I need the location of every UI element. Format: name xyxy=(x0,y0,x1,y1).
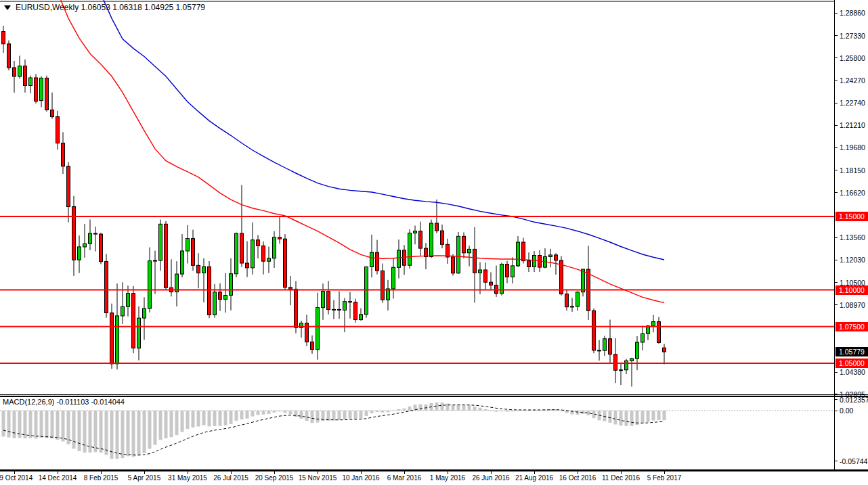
price-axis-tick xyxy=(835,103,838,103)
date-axis-label: 31 May 2015 xyxy=(168,474,207,482)
bull-candle xyxy=(636,342,639,359)
date-axis-label: 14 Dec 2014 xyxy=(39,474,77,482)
macd-histogram-bar xyxy=(143,411,146,453)
macd-histogram-bar xyxy=(338,411,341,420)
price-axis-tick xyxy=(835,80,838,80)
macd-histogram-bar xyxy=(121,411,125,458)
pane-separator[interactable] xyxy=(0,394,868,395)
macd-histogram-bar xyxy=(278,411,282,411)
bull-candle xyxy=(533,256,536,267)
bear-candle xyxy=(132,294,135,348)
bear-candle xyxy=(592,310,596,350)
bull-candle xyxy=(89,233,92,244)
macd-indicator-label: MACD(12,26,9) -0.011103 -0.014044 xyxy=(3,398,125,406)
price-axis-label: 1.04380 xyxy=(840,368,865,376)
bear-candle xyxy=(614,354,617,371)
bull-candle xyxy=(408,233,412,266)
macd-histogram-bar xyxy=(657,411,661,420)
bull-candle xyxy=(213,292,217,315)
date-axis-label: 1 May 2016 xyxy=(430,474,465,482)
bear-candle xyxy=(2,32,5,44)
macd-histogram-bar xyxy=(506,411,509,412)
macd-histogram-bar xyxy=(289,411,292,414)
bull-candle xyxy=(603,339,607,350)
bull-candle xyxy=(582,269,585,292)
bear-candle xyxy=(56,117,60,143)
macd-histogram-bar xyxy=(311,411,314,423)
macd-histogram-bar xyxy=(240,411,244,419)
price-axis-tick xyxy=(835,394,838,394)
macd-chart-canvas xyxy=(0,397,834,469)
bear-candle xyxy=(208,267,211,315)
bear-candle xyxy=(105,262,108,313)
macd-axis-tick xyxy=(835,399,838,400)
date-axis-label: 8 Feb 2015 xyxy=(84,474,118,482)
date-axis-label: 6 Mar 2016 xyxy=(387,474,422,482)
macd-histogram-bar xyxy=(300,411,303,419)
date-axis-label: 15 Nov 2015 xyxy=(299,474,337,482)
date-axis-label: 26 Jul 2015 xyxy=(213,474,248,482)
red-ma-line xyxy=(61,0,664,303)
price-badge-1.15000: 1.15000 xyxy=(836,212,868,221)
price-axis[interactable]: 1.288601.273301.258001.242701.227401.212… xyxy=(834,0,868,471)
macd-histogram-bar xyxy=(349,411,352,419)
macd-pane[interactable]: MACD(12,26,9) -0.011103 -0.014044 xyxy=(0,397,834,469)
blue-ma-line xyxy=(104,0,664,260)
bear-candle xyxy=(462,236,466,253)
bear-candle xyxy=(165,224,168,287)
macd-histogram-bar xyxy=(267,411,271,414)
price-axis-label: 1.13560 xyxy=(840,233,865,241)
price-axis-tick xyxy=(835,35,838,36)
bear-candle xyxy=(219,292,222,300)
macd-histogram-bar xyxy=(273,411,276,413)
bear-candle xyxy=(338,309,341,310)
macd-histogram-bar xyxy=(625,411,628,426)
bull-candle xyxy=(343,302,347,310)
macd-histogram-bar xyxy=(614,411,617,425)
bull-candle xyxy=(116,316,119,364)
date-axis-label: 20 Sep 2015 xyxy=(255,474,294,482)
bull-candle xyxy=(143,308,146,318)
price-axis-label: 1.25800 xyxy=(840,54,865,62)
price-chart-canvas xyxy=(0,0,834,394)
macd-histogram-bar xyxy=(192,411,195,428)
bear-candle xyxy=(354,302,357,320)
bull-candle xyxy=(479,270,482,273)
macd-histogram-bar xyxy=(284,411,287,413)
price-axis-tick xyxy=(835,237,838,238)
bear-candle xyxy=(278,237,282,239)
bear-candle xyxy=(67,166,70,207)
price-axis-label: 1.16620 xyxy=(840,189,865,197)
bear-candle xyxy=(473,249,477,273)
bear-candle xyxy=(349,302,352,302)
bear-candle xyxy=(419,231,422,248)
price-axis-label: 1.19680 xyxy=(840,143,865,152)
macd-histogram-bar xyxy=(473,407,477,411)
bull-candle xyxy=(273,237,276,258)
macd-histogram-bar xyxy=(35,411,38,438)
bear-candle xyxy=(327,292,330,310)
bull-candle xyxy=(78,247,81,260)
macd-histogram-bar xyxy=(197,411,200,427)
bear-candle xyxy=(24,66,27,86)
bear-candle xyxy=(246,263,249,268)
price-badge-1.07500: 1.07500 xyxy=(836,322,868,331)
bull-candle xyxy=(360,315,363,320)
macd-histogram-bar xyxy=(360,411,363,419)
macd-histogram-bar xyxy=(446,404,450,411)
bear-candle xyxy=(598,350,601,351)
macd-histogram-bar xyxy=(305,411,309,421)
macd-histogram-bar xyxy=(387,411,390,412)
price-axis-tick xyxy=(835,57,838,58)
macd-histogram-bar xyxy=(40,411,43,438)
bear-candle xyxy=(13,68,16,76)
time-axis[interactable]: 19 Oct 201414 Dec 20148 Feb 20155 Apr 20… xyxy=(0,471,868,485)
bear-candle xyxy=(311,342,314,350)
symbol-dropdown-icon[interactable] xyxy=(4,5,11,10)
price-pane[interactable]: EURUSD,Weekly 1.06053 1.06318 1.04925 1.… xyxy=(0,0,834,394)
bull-candle xyxy=(370,252,374,267)
macd-histogram-bar xyxy=(251,411,255,417)
date-axis-label: 10 Jan 2016 xyxy=(342,474,379,482)
bull-candle xyxy=(576,292,580,306)
bull-candle xyxy=(571,306,574,307)
